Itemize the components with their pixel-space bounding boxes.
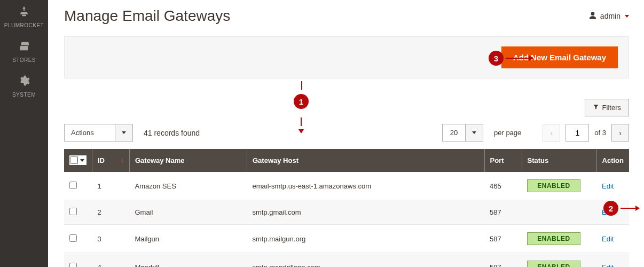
user-icon	[588, 11, 597, 21]
row-checkbox[interactable]	[69, 234, 77, 242]
row-checkbox[interactable]	[69, 263, 77, 268]
actions-dropdown-label: Actions	[64, 124, 115, 142]
per-page-value: 20	[442, 124, 466, 142]
th-gateway-name[interactable]: Gateway Name	[130, 149, 247, 172]
edit-link[interactable]: Edit	[602, 235, 614, 243]
edit-link[interactable]: Edit	[602, 182, 614, 190]
status-badge: ENABLED	[527, 179, 580, 192]
cell-gateway-name: Mailgun	[130, 225, 247, 253]
sidebar-item-label: SYSTEM	[12, 92, 36, 98]
cell-id: 4	[92, 253, 130, 268]
plumrocket-icon	[18, 5, 30, 20]
cell-id: 2	[92, 200, 130, 225]
stores-icon	[18, 40, 30, 55]
filters-button[interactable]: Filters	[585, 99, 629, 116]
cell-status	[522, 200, 596, 225]
cell-gateway-name: Amazon SES	[130, 172, 247, 200]
select-all-checkbox[interactable]	[70, 156, 77, 164]
sidebar-item-label: STORES	[12, 57, 36, 63]
row-checkbox[interactable]	[69, 208, 77, 215]
gear-icon	[18, 75, 30, 90]
cell-gateway-host: smtp.gmail.com	[247, 200, 485, 225]
sidebar-item-label: PLUMROCKET	[4, 22, 44, 28]
edit-link[interactable]: Edit	[602, 263, 614, 268]
th-status[interactable]: Status	[522, 149, 596, 172]
cell-port: 465	[484, 172, 522, 200]
main-content: Manage Email Gateways admin Add New Emai…	[48, 0, 644, 267]
th-action: Action	[596, 149, 629, 172]
toolbar: Add New Email Gateway	[64, 36, 629, 78]
table-row[interactable]: 4Mandrillsmtp.mandrillapp.com587ENABLEDE…	[64, 253, 629, 268]
gateways-table: ID↓ Gateway Name Gateway Host Port Statu…	[64, 149, 629, 267]
user-menu[interactable]: admin	[588, 11, 629, 21]
per-page-label: per page	[494, 129, 521, 137]
current-page-input[interactable]	[566, 124, 589, 142]
caret-down-icon	[472, 131, 476, 134]
admin-sidebar: PLUMROCKET STORES SYSTEM	[0, 0, 48, 267]
cell-port: 587	[484, 253, 522, 268]
cell-gateway-host: smtp.mailgun.org	[247, 225, 485, 253]
filters-button-label: Filters	[602, 104, 621, 112]
row-checkbox[interactable]	[69, 182, 77, 189]
actions-dropdown[interactable]: Actions	[64, 124, 133, 142]
caret-down-icon	[625, 15, 629, 18]
add-new-email-gateway-button[interactable]: Add New Email Gateway	[501, 46, 618, 68]
cell-id: 3	[92, 225, 130, 253]
cell-status: ENABLED	[522, 225, 596, 253]
total-pages-label: of 3	[594, 129, 606, 137]
cell-gateway-name: Gmail	[130, 200, 247, 225]
th-gateway-host[interactable]: Gateway Host	[247, 149, 485, 172]
th-port[interactable]: Port	[484, 149, 522, 172]
cell-gateway-name: Mandrill	[130, 253, 247, 268]
funnel-icon	[593, 104, 599, 112]
page-title: Manage Email Gateways	[64, 7, 230, 25]
prev-page-button[interactable]: ‹	[543, 124, 560, 142]
actions-dropdown-toggle[interactable]	[115, 124, 133, 142]
records-found-label: 41 records found	[144, 129, 200, 137]
next-page-button[interactable]: ›	[611, 124, 629, 142]
th-select-all	[64, 149, 92, 172]
per-page-select[interactable]: 20	[442, 124, 483, 142]
edit-link[interactable]: Edit	[602, 208, 614, 216]
per-page-toggle[interactable]	[466, 124, 483, 142]
status-badge: ENABLED	[527, 232, 580, 245]
chevron-right-icon: ›	[619, 129, 622, 137]
sidebar-item-plumrocket[interactable]: PLUMROCKET	[0, 0, 48, 35]
th-id[interactable]: ID↓	[92, 149, 130, 172]
user-name: admin	[600, 12, 621, 20]
status-badge: ENABLED	[527, 261, 580, 267]
table-row[interactable]: 1Amazon SESemail-smtp.us-east-1.amazonaw…	[64, 172, 629, 200]
cell-gateway-host: smtp.mandrillapp.com	[247, 253, 485, 268]
cell-gateway-host: email-smtp.us-east-1.amazonaws.com	[247, 172, 485, 200]
caret-down-icon	[80, 159, 84, 162]
select-all-dropdown[interactable]	[77, 156, 86, 164]
sort-desc-icon: ↓	[121, 157, 124, 164]
table-row[interactable]: 2Gmailsmtp.gmail.com587Edit	[64, 200, 629, 225]
grid-controls: Actions 41 records found 20 per page ‹ o…	[64, 124, 629, 142]
sidebar-item-stores[interactable]: STORES	[0, 35, 48, 69]
chevron-left-icon: ‹	[550, 129, 553, 137]
pager: 20 per page ‹ of 3 ›	[442, 124, 629, 142]
cell-port: 587	[484, 200, 522, 225]
cell-status: ENABLED	[522, 253, 596, 268]
cell-id: 1	[92, 172, 130, 200]
caret-down-icon	[122, 131, 126, 134]
cell-port: 587	[484, 225, 522, 253]
sidebar-item-system[interactable]: SYSTEM	[0, 69, 48, 104]
table-row[interactable]: 3Mailgunsmtp.mailgun.org587ENABLEDEdit	[64, 225, 629, 253]
cell-status: ENABLED	[522, 172, 596, 200]
